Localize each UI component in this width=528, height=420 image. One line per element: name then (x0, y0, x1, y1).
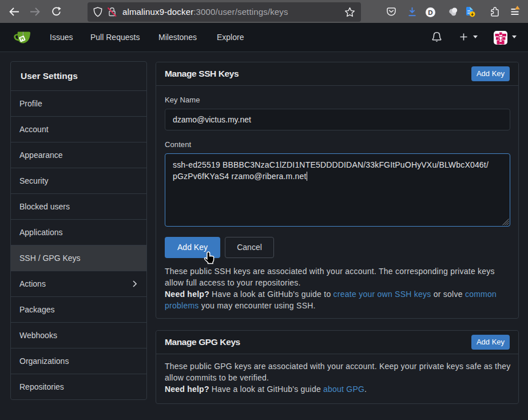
svg-text:D: D (428, 9, 432, 15)
